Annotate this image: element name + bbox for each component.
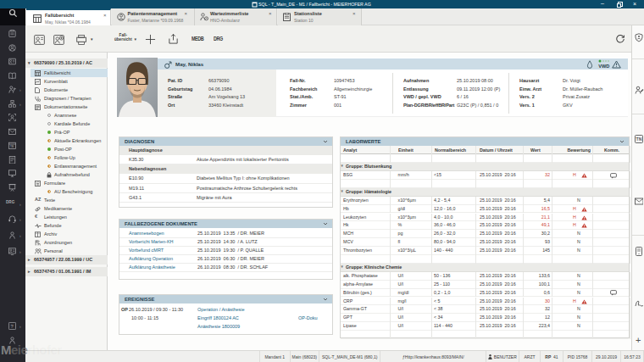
svg-text:TB: TB	[10, 145, 14, 148]
svg-text:?: ?	[11, 324, 14, 329]
svg-text:VWD: VWD	[598, 64, 609, 69]
svg-text:TN: TN	[636, 136, 641, 142]
